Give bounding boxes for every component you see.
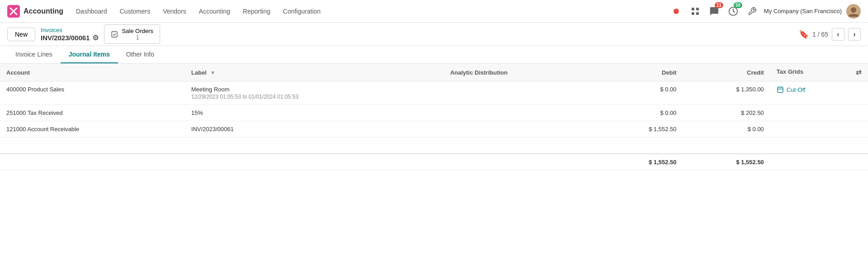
col-credit: Credit — [683, 64, 770, 81]
pagination-next-button[interactable]: › — [848, 28, 861, 41]
user-avatar[interactable] — [846, 4, 861, 19]
row3-label: INV/2023/00061 — [185, 121, 444, 137]
row2-credit: $ 202.50 — [683, 105, 770, 121]
row3-tax-grids — [770, 121, 868, 137]
chat-badge: 11 — [715, 2, 723, 8]
col-account: Account — [0, 64, 185, 81]
col-debit: Debit — [595, 64, 683, 81]
row1-credit: $ 1,350.00 — [683, 81, 770, 105]
new-button[interactable]: New — [7, 28, 35, 41]
sub-toolbar: New Invoices INV/2023/00061 ⚙ Sale Order… — [0, 23, 868, 46]
table-row: 121000 Account Receivable INV/2023/00061… — [0, 121, 868, 137]
sale-orders-count: 1 — [122, 34, 153, 41]
col-analytic: Analytic Distribution — [444, 64, 595, 81]
row1-label: Meeting Room 12/29/2023 01:05:53 to 01/0… — [185, 81, 444, 105]
bookmark-button[interactable]: 🔖 — [799, 29, 809, 39]
logo-icon — [7, 5, 20, 18]
nav-vendors[interactable]: Vendors — [157, 5, 191, 18]
breadcrumb-invoices-link[interactable]: Invoices — [41, 27, 99, 33]
table-header-row: Account Label ▼ Analytic Distribution De… — [0, 64, 868, 81]
row1-account: 400000 Product Sales — [0, 81, 185, 105]
tab-journal-items[interactable]: Journal Items — [61, 46, 118, 63]
company-name: My Company (San Francisco) — [764, 8, 842, 14]
breadcrumb-current: INV/2023/00061 ⚙ — [41, 33, 99, 42]
row3-credit: $ 0.00 — [683, 121, 770, 137]
svg-rect-5 — [692, 12, 694, 15]
table-row: 251000 Tax Received 15% $ 0.00 $ 202.50 — [0, 105, 868, 121]
row1-tax-grids: Cut-Off — [770, 81, 868, 105]
settings-button[interactable] — [745, 4, 759, 19]
top-navigation: Accounting Dashboard Customers Vendors A… — [0, 0, 868, 23]
svg-point-9 — [851, 7, 856, 13]
tab-other-info[interactable]: Other Info — [118, 46, 162, 63]
nav-reporting[interactable]: Reporting — [237, 5, 276, 18]
row2-tax-grids — [770, 105, 868, 121]
sale-orders-button[interactable]: Sale Orders 1 — [104, 24, 160, 44]
activity-button[interactable]: 50 — [726, 4, 740, 19]
svg-rect-3 — [692, 8, 694, 10]
nav-dashboard[interactable]: Dashboard — [71, 5, 113, 18]
col-tax-grids: Tax Grids ⇄ — [770, 64, 868, 81]
breadcrumb: Invoices INV/2023/00061 ⚙ — [41, 27, 99, 42]
svg-rect-10 — [112, 32, 117, 37]
journal-table-container: Account Label ▼ Analytic Distribution De… — [0, 64, 868, 171]
journal-table: Account Label ▼ Analytic Distribution De… — [0, 64, 868, 171]
activity-badge: 50 — [734, 2, 742, 8]
nav-right-section: 11 50 My Company (San Francisco) — [669, 4, 861, 19]
tabs-bar: Invoice Lines Journal Items Other Info — [0, 46, 868, 64]
svg-rect-6 — [696, 12, 699, 15]
row3-debit: $ 1,552.50 — [595, 121, 683, 137]
status-indicator[interactable] — [669, 4, 683, 19]
settings-gear-icon[interactable]: ⚙ — [92, 33, 99, 42]
pagination-prev-button[interactable]: ‹ — [832, 28, 844, 41]
total-debit: $ 1,552.50 — [595, 154, 683, 171]
row3-account: 121000 Account Receivable — [0, 121, 185, 137]
chat-button[interactable]: 11 — [707, 4, 721, 19]
tab-invoice-lines[interactable]: Invoice Lines — [7, 46, 61, 63]
invoice-number: INV/2023/00061 — [41, 34, 90, 42]
cut-off-button[interactable]: Cut-Off — [777, 86, 862, 93]
pagination-text: 1 / 65 — [812, 31, 828, 38]
row3-analytic — [444, 121, 595, 137]
sale-orders-label: Sale Orders — [122, 28, 153, 34]
total-credit: $ 1,552.50 — [683, 154, 770, 171]
pagination-section: 🔖 1 / 65 ‹ › — [799, 28, 861, 41]
row1-analytic — [444, 81, 595, 105]
row2-label: 15% — [185, 105, 444, 121]
nav-customers[interactable]: Customers — [114, 5, 156, 18]
label-sort-icon[interactable]: ▼ — [210, 70, 215, 76]
app-logo[interactable]: Accounting — [7, 5, 63, 18]
table-row: 400000 Product Sales Meeting Room 12/29/… — [0, 81, 868, 105]
col-label: Label ▼ — [185, 64, 444, 81]
column-filter-icon[interactable]: ⇄ — [856, 68, 862, 76]
calendar-icon — [777, 86, 784, 93]
app-name: Accounting — [24, 7, 63, 15]
table-empty-row — [0, 137, 868, 154]
row2-debit: $ 0.00 — [595, 105, 683, 121]
apps-button[interactable] — [688, 4, 702, 19]
row2-analytic — [444, 105, 595, 121]
nav-accounting[interactable]: Accounting — [194, 5, 236, 18]
wrench-icon — [748, 7, 757, 16]
svg-rect-4 — [696, 8, 699, 10]
svg-rect-11 — [778, 87, 783, 93]
nav-configuration[interactable]: Configuration — [278, 5, 326, 18]
table-totals-row: $ 1,552.50 $ 1,552.50 — [0, 154, 868, 171]
row1-debit: $ 0.00 — [595, 81, 683, 105]
red-dot-icon — [674, 9, 679, 14]
sale-orders-icon — [111, 31, 118, 38]
grid-icon — [691, 7, 700, 16]
row2-account: 251000 Tax Received — [0, 105, 185, 121]
